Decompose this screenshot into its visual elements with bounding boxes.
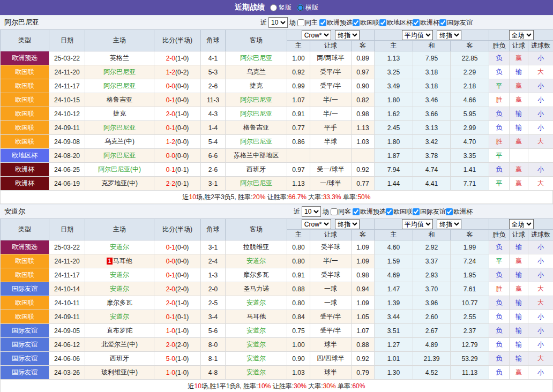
- score: 0-1(0-1): [154, 163, 201, 177]
- odds-company-select[interactable]: Crow*: [302, 219, 331, 229]
- result-scope-header: 全场: [489, 219, 553, 230]
- same-side-filter[interactable]: 同客: [331, 207, 351, 216]
- odds-away: 0.90: [352, 79, 375, 93]
- summary-text: 33.3%: [323, 193, 341, 201]
- match-date: 24-10-14: [49, 282, 85, 296]
- away-team-name: 安道尔: [246, 257, 266, 265]
- summary-text: 单率:: [341, 193, 358, 201]
- odds-away: 1.13: [352, 121, 375, 135]
- league-badge: 欧国联: [1, 135, 49, 149]
- col-odds-away: 客: [352, 41, 375, 51]
- avg-company-select[interactable]: 平均值: [402, 30, 433, 40]
- scope-select[interactable]: 全场: [509, 219, 534, 229]
- result-handicap: 输: [510, 324, 528, 338]
- away-team: 拉脱维亚: [226, 240, 287, 254]
- odds-home: 0.88: [287, 282, 310, 296]
- vertical-radio[interactable]: [270, 4, 277, 11]
- avg-draw-odds: 4.74: [413, 163, 451, 177]
- league-label: 欧洲杯: [420, 18, 439, 27]
- match-count-select[interactable]: 10: [302, 206, 321, 217]
- avg-time-select[interactable]: 终指: [437, 30, 461, 40]
- league-filter[interactable]: 欧洲杯: [413, 18, 439, 27]
- avg-away-odds: 7.71: [451, 177, 489, 191]
- odds-time-select[interactable]: 终指: [335, 219, 360, 229]
- scope-select[interactable]: 全场: [509, 30, 534, 40]
- home-team: 乌克兰(中): [85, 135, 154, 149]
- away-team-name: 阿尔巴尼亚: [240, 110, 272, 117]
- col-home: 主场: [85, 219, 154, 240]
- home-team: 阿尔巴尼亚: [85, 149, 154, 163]
- odds-time-select[interactable]: 终指: [335, 30, 360, 40]
- league-checkbox[interactable]: [353, 19, 360, 26]
- avg-away-odds: 12.79: [451, 338, 489, 352]
- col-type: 类型: [1, 219, 49, 240]
- result-winlose: 负: [489, 51, 510, 65]
- result-goals: 小: [528, 79, 553, 93]
- score: 0-1(0-1): [154, 310, 201, 324]
- same-side-filter[interactable]: 同主: [297, 18, 318, 27]
- league-label: 国际友谊: [447, 18, 473, 27]
- odds-away: 0.98: [352, 107, 375, 121]
- league-filter[interactable]: 欧洲预选: [353, 207, 386, 216]
- away-team-name: 安道尔: [246, 355, 266, 362]
- avg-draw-odds: 3.37: [413, 254, 451, 268]
- league-filter[interactable]: 欧国联: [353, 18, 379, 27]
- result-goals: 小: [528, 163, 553, 177]
- result-winlose: 负: [489, 296, 510, 310]
- match-count-select[interactable]: 10: [268, 17, 288, 28]
- away-team-name: 安道尔: [246, 327, 266, 334]
- same-side-checkbox[interactable]: [297, 19, 304, 26]
- half-time-score: (0-2): [175, 69, 189, 76]
- page-title: 近期战绩: [235, 3, 265, 12]
- league-filter[interactable]: 欧国联: [386, 207, 413, 216]
- league-checkbox[interactable]: [379, 19, 386, 26]
- away-team: 阿尔巴尼亚: [226, 135, 287, 149]
- team-name: 安道尔: [4, 207, 25, 216]
- league-filter[interactable]: 国际友谊: [413, 207, 446, 216]
- col-avg-away: 客: [451, 230, 489, 240]
- summary-text: 10: [195, 382, 201, 390]
- avg-home-odds: 1.87: [375, 149, 413, 163]
- same-side-checkbox[interactable]: [331, 208, 338, 215]
- layout-radio-vertical[interactable]: 竖版: [270, 3, 292, 12]
- home-team-name: 捷克: [113, 110, 126, 117]
- league-badge: 欧国联: [1, 254, 49, 268]
- full-time-score: 2-0: [166, 341, 175, 349]
- league-checkbox[interactable]: [353, 208, 360, 215]
- odds-source-header: Crow* 终指: [287, 30, 375, 41]
- home-team-name: 西班牙: [110, 355, 129, 362]
- result-handicap: 输: [510, 296, 528, 310]
- league-checkbox[interactable]: [446, 208, 453, 215]
- odds-away: 0.92: [352, 352, 375, 366]
- league-filter[interactable]: 国际友谊: [439, 18, 473, 27]
- avg-time-select[interactable]: 终指: [437, 219, 461, 229]
- half-time-score: (0-0): [175, 258, 189, 265]
- result-goals: 小: [528, 338, 553, 352]
- league-checkbox[interactable]: [319, 19, 326, 26]
- match-date: 25-03-22: [49, 51, 85, 65]
- league-filter[interactable]: 欧洲预选: [319, 18, 353, 27]
- result-handicap: [510, 149, 528, 163]
- horizontal-radio[interactable]: [297, 4, 304, 11]
- result-handicap: 赢: [510, 79, 528, 93]
- avg-company-select[interactable]: 平均值: [402, 219, 433, 229]
- corners: 4-8: [201, 366, 226, 380]
- corners: 5-4: [201, 135, 226, 149]
- avg-home-odds: 1.44: [375, 177, 413, 191]
- avg-home-odds: 1.59: [375, 254, 413, 268]
- league-checkbox[interactable]: [413, 19, 420, 26]
- league-filter[interactable]: 欧洲杯: [446, 207, 473, 216]
- league-filter[interactable]: 欧地区杯: [379, 18, 413, 27]
- league-filters: 欧洲预选欧国联国际友谊欧洲杯: [353, 207, 473, 216]
- odds-company-select[interactable]: Crow*: [302, 30, 331, 40]
- league-checkbox[interactable]: [386, 208, 393, 215]
- league-checkbox[interactable]: [439, 19, 446, 26]
- away-team: 安道尔: [226, 324, 287, 338]
- league-checkbox[interactable]: [413, 208, 420, 215]
- away-team: 西班牙: [226, 163, 287, 177]
- odds-away: 0.77: [352, 177, 375, 191]
- col-avg-away: 客: [451, 41, 489, 51]
- layout-radio-horizontal[interactable]: 横版: [297, 3, 318, 12]
- summary-text: 让胜率:: [265, 193, 288, 201]
- col-avg-home: 主: [375, 41, 413, 51]
